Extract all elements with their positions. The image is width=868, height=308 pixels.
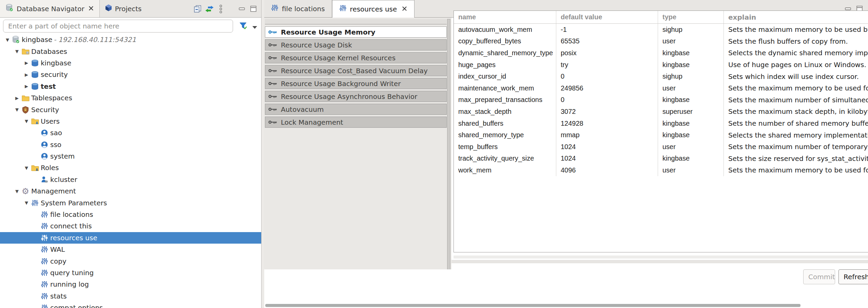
expander-icon[interactable]: ▼ [22, 119, 31, 124]
panel-sash[interactable] [261, 0, 264, 308]
cell-default-value: 65535 [556, 36, 658, 47]
table-row-max-prepared-transactions[interactable]: max_prepared_transactions0kingbaseSets t… [454, 94, 868, 106]
tree-item-kingbase[interactable]: ▼ kingbase - 192.168.40.111:54321 [0, 34, 261, 45]
editor-tab-file-locations[interactable]: file locations [264, 0, 332, 17]
commit-button[interactable]: Commit [803, 269, 835, 284]
tree-item-kingbase[interactable]: ▶ kingbase [0, 57, 261, 69]
tree-item-users[interactable]: ▼ Users [0, 116, 261, 127]
expander-icon[interactable]: ▶ [13, 96, 21, 101]
tree-item-compat-options[interactable]: compat options [0, 302, 261, 308]
sliders-icon [40, 246, 49, 253]
editor-horizontal-scrollbar[interactable] [264, 303, 868, 308]
table-row-index-cursor-id[interactable]: index_cursor_id0sighupSets which index w… [454, 70, 868, 82]
cell-type: kingbase [658, 118, 724, 129]
tab-database-navigator[interactable]: Database Navigator [0, 0, 100, 17]
table-horizontal-scrollbar[interactable] [454, 255, 868, 259]
tree-item-system[interactable]: system [0, 150, 261, 162]
editor-tab-resources-use[interactable]: resources use [332, 0, 415, 18]
tree-item-test[interactable]: ▶ test [0, 81, 261, 92]
left-panel-toolbar [192, 0, 259, 18]
category-autovacuum[interactable]: Autovacuum [265, 104, 447, 115]
sliders-icon [31, 199, 39, 207]
close-icon[interactable] [402, 5, 407, 13]
table-row-track-activity-query-size[interactable]: track_activity_query_size1024kingbaseSet… [454, 153, 868, 165]
cell-default-value: 3072 [556, 106, 658, 118]
tree-item-stats[interactable]: stats [0, 290, 261, 302]
expander-icon[interactable]: ▼ [13, 49, 21, 54]
editor-area: file locations resources use Resource Us… [264, 0, 868, 308]
table-row-max-stack-depth[interactable]: max_stack_depth3072superuserSets the max… [454, 106, 868, 118]
tree-item-tablespaces[interactable]: ▶ Tablespaces [0, 92, 261, 104]
link-with-editor-icon[interactable] [204, 3, 215, 15]
object-filter-input[interactable] [3, 20, 233, 33]
tree-item-kcluster[interactable]: kcluster [0, 174, 261, 185]
shield-icon [21, 106, 30, 114]
column-header-name[interactable]: name [454, 11, 556, 23]
expander-icon[interactable]: ▶ [22, 60, 31, 65]
expander-icon[interactable]: ▼ [22, 200, 31, 205]
column-header-default-value[interactable]: default value [556, 11, 658, 23]
expander-icon[interactable]: ▼ [13, 107, 21, 112]
filter-dropdown-caret[interactable] [252, 26, 257, 29]
cell-name: max_prepared_transactions [454, 94, 556, 106]
tree-item-query-tuning[interactable]: query tuning [0, 267, 261, 279]
tree-item-file-locations[interactable]: file locations [0, 209, 261, 220]
tree-item-system-parameters[interactable]: ▼ System Parameters [0, 197, 261, 208]
tab-projects[interactable]: Projects [100, 0, 147, 17]
expander-icon[interactable]: ▶ [22, 72, 31, 77]
table-row-huge-pages[interactable]: huge_pagestrykingbaseUse of huge pages o… [454, 59, 868, 71]
table-row-copy-buffered-bytes[interactable]: copy_buffered_bytes65535userSets the flu… [454, 36, 868, 47]
tree-item-security[interactable]: ▶ security [0, 69, 261, 80]
table-row-work-mem[interactable]: work_mem4096userSets the maximum memory … [454, 164, 868, 176]
collapse-all-icon[interactable] [192, 3, 204, 15]
column-header-explain[interactable]: explain [724, 11, 868, 23]
category-resource-usage-background-writer[interactable]: Resource Usage Background Writer [265, 78, 447, 89]
table-row-shared-buffers[interactable]: shared_buffers124928kingbaseSets the num… [454, 118, 868, 129]
tree-item-roles[interactable]: ▼ Roles [0, 162, 261, 173]
tree-item-connect-this[interactable]: connect this [0, 220, 261, 232]
table-row-temp-buffers[interactable]: temp_buffers1024userSets the maximum num… [454, 141, 868, 153]
cell-default-value: 0 [556, 94, 658, 106]
gear-icon: ⚙ [21, 187, 30, 196]
editor-button-row: Commit Refresh [264, 269, 868, 288]
scrollbar-thumb[interactable] [265, 304, 801, 307]
expander-icon[interactable]: ▼ [22, 165, 31, 170]
category-resource-usage-cost-based-vacuum-delay[interactable]: Resource Usage Cost_Based Vacuum Delay [265, 65, 447, 76]
minimize-icon[interactable] [236, 3, 248, 15]
filter-funnel-icon[interactable] [239, 22, 248, 32]
tree-item-management[interactable]: ▼⚙Management [0, 185, 261, 197]
category-horizontal-scrollbar[interactable] [265, 19, 447, 24]
database-icon [31, 59, 39, 67]
table-row-maintenance-work-mem[interactable]: maintenance_work_mem249856userSets the m… [454, 82, 868, 94]
tree-item-copy[interactable]: copy [0, 255, 261, 267]
category-resource-usage-disk[interactable]: Resource Usage Disk [265, 39, 447, 50]
maximize-icon[interactable] [248, 3, 259, 15]
cell-explain: Sets the maximum number of temporary b [724, 141, 868, 153]
expander-icon[interactable]: ▼ [3, 37, 12, 42]
tree-item-sao[interactable]: sao [0, 127, 261, 139]
close-icon[interactable] [88, 5, 94, 13]
projects-cube-icon [105, 4, 112, 13]
tree-item-security[interactable]: ▼ Security [0, 104, 261, 115]
tree-item-resources-use[interactable]: resources use [0, 232, 261, 244]
category-resource-usage-memory[interactable]: Resource Usage Memory [265, 26, 447, 38]
tree-item-databases[interactable]: ▼ Databases [0, 45, 261, 57]
cell-type: user [658, 82, 724, 94]
tree-item-sso[interactable]: sso [0, 139, 261, 150]
table-row-dynamic-shared-memory-type[interactable]: dynamic_shared_memory_typeposixkingbaseS… [454, 47, 868, 59]
table-row-autovacuum-work-mem[interactable]: autovacuum_work_mem-1sighupSets the maxi… [454, 24, 868, 36]
category-resource-usage-asynchronous-behavior[interactable]: Resource Usage Asynchronous Behavior [265, 91, 447, 102]
refresh-button[interactable]: Refresh [838, 269, 868, 284]
key-icon [268, 67, 277, 75]
expander-icon[interactable]: ▶ [22, 84, 31, 89]
category-resource-usage-kernel-resources[interactable]: Resource Usage Kernel Resources [265, 52, 447, 63]
tree-item-wal[interactable]: WAL [0, 244, 261, 255]
expander-icon[interactable]: ▼ [13, 189, 21, 194]
view-menu-icon[interactable] [215, 3, 227, 15]
category-vertical-scrollbar[interactable] [447, 19, 451, 276]
category-lock-management[interactable]: Lock Management [265, 117, 447, 128]
table-row-shared-memory-type[interactable]: shared_memory_typemmapkingbaseSelects th… [454, 129, 868, 141]
tree-item-running-log[interactable]: running log [0, 279, 261, 290]
column-header-type[interactable]: type [658, 11, 724, 23]
sliders-icon [40, 269, 49, 276]
